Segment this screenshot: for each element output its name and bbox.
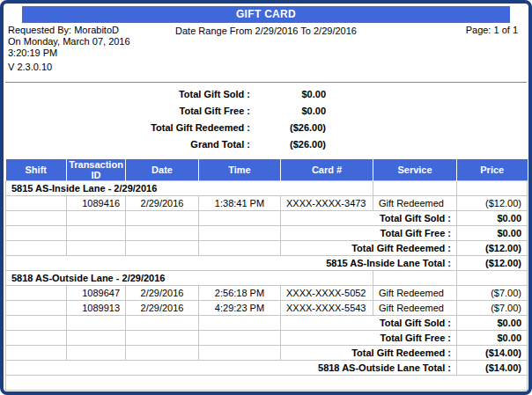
empty-transaction-id-cell: [67, 346, 126, 361]
bottom-spacer-row: [6, 376, 528, 391]
empty-shift-cell: [6, 241, 67, 256]
subtotal-label: Total Gift Free :: [281, 226, 457, 241]
empty-shift-cell: [6, 226, 67, 241]
table-body: 5815 AS-Inside Lane - 2/29/201610894162/…: [6, 181, 528, 391]
column-header-date: Date: [126, 159, 199, 181]
group-total-row: 5818 AS-Outside Lane Total :($14.00): [6, 361, 528, 376]
empty-date-cell: [126, 331, 199, 346]
empty-price-cell: [457, 271, 528, 286]
requested-on-time: 3:20:19 PM: [8, 48, 130, 59]
subtotal-row: Total Gift Sold :$0.00: [6, 316, 528, 331]
summary-value: ($26.00): [250, 139, 326, 150]
empty-date-cell: [126, 316, 199, 331]
empty-time-cell: [199, 316, 281, 331]
summary-label: Total Gift Sold :: [5, 89, 250, 100]
subtotal-label: Total Gift Sold :: [281, 211, 457, 226]
report-page: { "page": { "title": "GIFT CARD", "reque…: [0, 0, 532, 395]
subtotal-value: $0.00: [457, 316, 528, 331]
subtotal-value: $0.00: [457, 226, 528, 241]
empty-transaction-id-cell: [67, 241, 126, 256]
cell-transaction-id: 1089647: [67, 286, 126, 301]
subtotal-value: $0.00: [457, 331, 528, 346]
subtotal-row: Total Gift Free :$0.00: [6, 226, 528, 241]
summary-section: Total Gift Sold :$0.00Total Gift Free :$…: [5, 89, 527, 156]
empty-shift-cell: [6, 331, 67, 346]
empty-date-cell: [126, 241, 199, 256]
table-header-row: ShiftTransaction IDDateTimeCard #Service…: [6, 159, 528, 181]
header-divider: [5, 82, 527, 83]
transaction-row: 10896472/29/20162:56:18 PMXXXX-XXXX-5052…: [6, 286, 528, 301]
subtotal-value: ($12.00): [457, 241, 528, 256]
summary-row: Grand Total :($26.00): [5, 139, 527, 150]
summary-row: Total Gift Redeemed :($26.00): [5, 122, 527, 134]
cell-shift: [6, 286, 67, 301]
cell-shift: [6, 196, 67, 211]
transaction-row: 10899132/29/20164:29:23 PMXXXX-XXXX-5543…: [6, 301, 528, 316]
cell-time: 4:29:23 PM: [199, 301, 281, 316]
summary-row: Total Gift Sold :$0.00: [5, 89, 527, 100]
empty-shift-cell: [6, 316, 67, 331]
cell-date: 2/29/2016: [126, 301, 199, 316]
empty-date-cell: [126, 346, 199, 361]
report-title: GIFT CARD: [22, 6, 510, 23]
empty-time-cell: [199, 331, 281, 346]
group-header-label: 5818 AS-Outside Lane - 2/29/2016: [6, 271, 373, 286]
column-header-shift: Shift: [6, 159, 67, 181]
table-head: ShiftTransaction IDDateTimeCard #Service…: [6, 159, 528, 181]
empty-time-cell: [199, 211, 281, 226]
column-header-price: Price: [457, 159, 528, 181]
subtotal-row: Total Gift Redeemed :($14.00): [6, 346, 528, 361]
subtotal-row: Total Gift Sold :$0.00: [6, 211, 528, 226]
cell-service: Gift Redeemed: [373, 196, 457, 211]
group-total-label: 5815 AS-Inside Lane Total :: [6, 256, 457, 271]
empty-service-cell: [373, 181, 457, 196]
empty-transaction-id-cell: [67, 211, 126, 226]
version-label: V 2.3.0.10: [8, 62, 52, 72]
summary-value: $0.00: [250, 89, 326, 100]
cell-date: 2/29/2016: [126, 196, 199, 211]
cell-transaction-id: 1089416: [67, 196, 126, 211]
group-header-row: 5815 AS-Inside Lane - 2/29/2016: [6, 181, 528, 196]
summary-label: Total Gift Free :: [5, 106, 250, 117]
empty-date-cell: [126, 226, 199, 241]
subtotal-value: $0.00: [457, 211, 528, 226]
empty-transaction-id-cell: [67, 331, 126, 346]
column-header-transaction-id: Transaction ID: [67, 159, 126, 181]
gift-card-table: ShiftTransaction IDDateTimeCard #Service…: [5, 159, 528, 391]
date-range-label: Date Range From 2/29/2016 To 2/29/2016: [4, 26, 528, 36]
summary-row: Total Gift Free :$0.00: [5, 106, 527, 117]
empty-service-cell: [373, 271, 457, 286]
group-total-row: 5815 AS-Inside Lane Total :($12.00): [6, 256, 528, 271]
subtotal-label: Total Gift Sold :: [281, 316, 457, 331]
empty-transaction-id-cell: [67, 316, 126, 331]
summary-label: Grand Total :: [5, 139, 250, 150]
bottom-spacer-cell: [6, 376, 528, 391]
cell-price: ($7.00): [457, 286, 528, 301]
cell-service: Gift Redeemed: [373, 286, 457, 301]
cell-price: ($7.00): [457, 301, 528, 316]
empty-date-cell: [126, 211, 199, 226]
summary-value: $0.00: [250, 106, 326, 117]
empty-time-cell: [199, 241, 281, 256]
column-header-card-: Card #: [281, 159, 373, 181]
subtotal-row: Total Gift Redeemed :($12.00): [6, 241, 528, 256]
cell-transaction-id: 1089913: [67, 301, 126, 316]
empty-time-cell: [199, 226, 281, 241]
cell-time: 1:38:41 PM: [199, 196, 281, 211]
cell-card-number: XXXX-XXXX-5052: [281, 286, 373, 301]
subtotal-label: Total Gift Redeemed :: [281, 346, 457, 361]
cell-service: Gift Redeemed: [373, 301, 457, 316]
cell-shift: [6, 301, 67, 316]
requested-on-date: On Monday, March 07, 2016: [8, 36, 130, 48]
cell-time: 2:56:18 PM: [199, 286, 281, 301]
empty-shift-cell: [6, 346, 67, 361]
cell-date: 2/29/2016: [126, 286, 199, 301]
empty-time-cell: [199, 346, 281, 361]
subtotal-label: Total Gift Redeemed :: [281, 241, 457, 256]
subtotal-label: Total Gift Free :: [281, 331, 457, 346]
group-header-row: 5818 AS-Outside Lane - 2/29/2016: [6, 271, 528, 286]
group-total-value: ($14.00): [457, 361, 528, 376]
subtotal-row: Total Gift Free :$0.00: [6, 331, 528, 346]
summary-label: Total Gift Redeemed :: [5, 122, 250, 134]
empty-shift-cell: [6, 211, 67, 226]
